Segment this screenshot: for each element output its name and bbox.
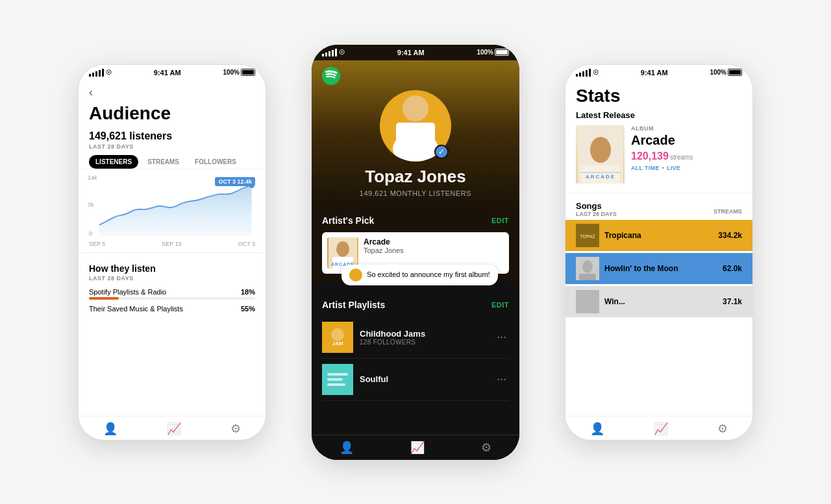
right-signal-icon [576, 69, 591, 77]
center-time: 9:41 AM [397, 49, 425, 56]
svg-point-17 [590, 137, 611, 163]
left-screen: ‹ Audience 149,621 listeners LAST 28 DAY… [79, 80, 266, 416]
lr-streams-suffix: streams [670, 154, 693, 161]
svg-text:ARCADE: ARCADE [585, 174, 615, 180]
right-battery-icon [728, 69, 742, 76]
nav-person-icon[interactable]: 👤 [103, 422, 118, 436]
lr-streams-num: 120,139 [631, 150, 669, 162]
svg-point-1 [322, 67, 340, 85]
audience-title: Audience [79, 102, 266, 128]
listen-pct-1: 18% [241, 288, 255, 296]
artist-hero: ✓ Topaz Jones 149,621 MONTHLY LISTENERS [312, 60, 519, 208]
how-they-listen-title: How they listen [79, 257, 266, 275]
playlists-heading: Artist Playlists [322, 300, 385, 310]
right-nav-gear-icon[interactable]: ⚙ [717, 422, 728, 436]
chart-x-oct3: OCT 3 [238, 241, 255, 247]
svg-rect-15 [327, 383, 345, 386]
right-time: 9:41 AM [641, 69, 668, 77]
latest-release-heading: Latest Release [576, 110, 742, 120]
listeners-count: 149,621 listeners [79, 128, 266, 142]
latest-release-card: ARCADE ALBUM Arcade 120,139 streams ALL … [576, 125, 742, 184]
tropicana-art-icon: TOPAZ [576, 224, 599, 247]
svg-rect-25 [579, 274, 596, 280]
right-screen: Stats Latest Release ARCADE [565, 80, 752, 416]
lr-album-name: Arcade [631, 133, 742, 148]
center-status-bar: ☉ 9:41 AM 100% [312, 45, 519, 60]
center-phone: ☉ 9:41 AM 100% [312, 45, 519, 460]
lr-live-tag: LIVE [667, 165, 680, 171]
tabs-row: LISTENERS STREAMS FOLLOWERS [79, 155, 266, 169]
lr-tags: ALL TIME • LIVE [631, 165, 742, 171]
right-nav-chart-icon[interactable]: 📈 [654, 422, 668, 436]
playlist-info-childhood: Childhood Jams 128 FOLLOWERS [353, 329, 494, 346]
playlist-item-soulful[interactable]: Soulful ··· [322, 359, 509, 401]
svg-point-10 [331, 328, 344, 341]
spotify-logo-icon [322, 67, 340, 85]
wifi-icon: ☉ [106, 69, 112, 76]
playlist-art-childhood: JAM [322, 322, 353, 353]
tab-streams[interactable]: STREAMS [141, 155, 186, 169]
listen-label-2: Their Saved Music & Playlists [89, 305, 183, 313]
artist-name: Topaz Jones [365, 167, 466, 187]
artists-pick-edit[interactable]: EDIT [491, 217, 509, 224]
song-row-win[interactable]: Win... 37.1k [565, 286, 752, 317]
lr-album-art-icon: ARCADE [576, 125, 625, 184]
artists-pick-section: Artist's Pick EDIT ARCADE Arcade [312, 208, 519, 282]
how-they-listen-period: LAST 28 DAYS [79, 275, 266, 285]
center-nav-chart-icon[interactable]: 📈 [410, 440, 425, 455]
listen-pct-2: 55% [241, 305, 255, 313]
bubble-avatar-icon [349, 269, 362, 282]
streams-col-label: STREAMS [713, 208, 742, 217]
center-signal-icon [322, 49, 337, 56]
chart-x-sep5: SEP 5 [89, 241, 105, 247]
svg-point-24 [582, 260, 593, 273]
listen-label-1: Spotify Playlists & Radio [89, 288, 166, 296]
pick-album-art-icon: ARCADE [327, 237, 358, 269]
svg-text:JAM: JAM [332, 341, 343, 346]
playlist-more-icon-2[interactable]: ··· [494, 372, 509, 386]
playlist-name-2: Soulful [360, 374, 494, 384]
tab-followers[interactable]: FOLLOWERS [188, 155, 243, 169]
left-bottom-nav: 👤 📈 ⚙ [79, 416, 266, 440]
song-title-howlin: Howlin' to the Moon [599, 264, 723, 273]
tab-listeners[interactable]: LISTENERS [89, 155, 138, 169]
center-nav-person-icon[interactable]: 👤 [340, 440, 354, 455]
svg-point-6 [336, 241, 349, 257]
playlists-edit[interactable]: EDIT [491, 301, 509, 309]
center-wifi-icon: ☉ [339, 49, 345, 56]
playlist-info-soulful: Soulful [353, 374, 494, 384]
playlist-followers-1: 128 FOLLOWERS [360, 339, 494, 346]
left-time: 9:41 AM [154, 69, 181, 77]
svg-rect-20 [581, 172, 620, 173]
right-wifi-icon: ☉ [593, 69, 599, 76]
back-button[interactable]: ‹ [79, 80, 266, 102]
song-title-win: Win... [599, 297, 723, 306]
speech-bubble-text: So excited to announce my first album! [367, 270, 490, 278]
playlist-item-childhood[interactable]: JAM Childhood Jams 128 FOLLOWERS ··· [322, 317, 509, 359]
listeners-period: LAST 28 DAYS [79, 142, 266, 155]
stats-title: Stats [565, 80, 752, 110]
nav-gear-icon[interactable]: ⚙ [230, 422, 241, 436]
lr-time-tag: ALL TIME [631, 165, 660, 171]
svg-rect-13 [327, 373, 348, 376]
howlin-art-icon [576, 257, 599, 280]
listeners-chart: 14k 7k 0 OCT 3 12.4k [89, 174, 255, 239]
playlists-section: Artist Playlists EDIT JAM Childhood Jams… [312, 282, 519, 435]
right-battery-pct: 100% [710, 69, 726, 76]
song-row-howlin[interactable]: Howlin' to the Moon 62.0k [565, 253, 752, 284]
artist-avatar: ✓ [380, 90, 451, 162]
speech-bubble: So excited to announce my first album! [341, 265, 498, 285]
lr-type-label: ALBUM [631, 125, 742, 132]
pick-album-artist: Topaz Jones [364, 246, 404, 254]
playlist-name-1: Childhood Jams [360, 329, 494, 339]
song-row-tropicana[interactable]: TOPAZ Tropicana 334.2k [565, 220, 752, 251]
chart-y-7: 7k [88, 202, 94, 208]
nav-chart-icon[interactable]: 📈 [167, 422, 181, 436]
pick-album-title: Arcade [364, 237, 404, 246]
center-nav-gear-icon[interactable]: ⚙ [481, 440, 491, 455]
song-title-tropicana: Tropicana [599, 231, 718, 240]
battery-pct: 100% [223, 69, 240, 76]
playlist-more-icon-1[interactable]: ··· [494, 330, 509, 344]
center-battery-icon [495, 49, 509, 56]
right-nav-person-icon[interactable]: 👤 [590, 422, 604, 436]
